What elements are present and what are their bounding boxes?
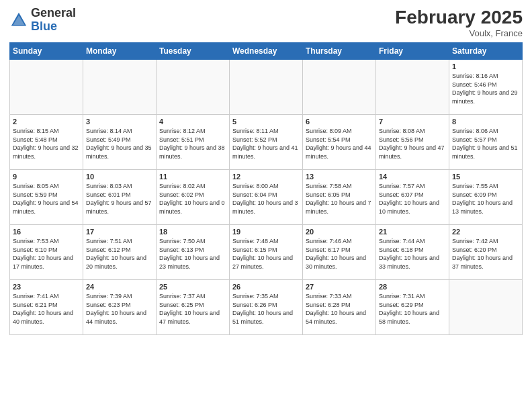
day-info: Sunrise: 8:09 AM Sunset: 5:54 PM Dayligh… <box>306 127 373 161</box>
day-info: Sunrise: 7:58 AM Sunset: 6:05 PM Dayligh… <box>306 182 373 216</box>
calendar-cell: 16Sunrise: 7:53 AM Sunset: 6:10 PM Dayli… <box>10 225 83 280</box>
calendar-cell: 1Sunrise: 8:16 AM Sunset: 5:46 PM Daylig… <box>449 60 523 115</box>
day-info: Sunrise: 8:16 AM Sunset: 5:46 PM Dayligh… <box>452 72 519 105</box>
day-info: Sunrise: 7:53 AM Sunset: 6:10 PM Dayligh… <box>13 237 80 271</box>
col-header-friday: Friday <box>376 43 449 60</box>
day-info: Sunrise: 8:08 AM Sunset: 5:56 PM Dayligh… <box>379 127 446 161</box>
week-row-1: 2Sunrise: 8:15 AM Sunset: 5:48 PM Daylig… <box>10 115 523 170</box>
logo-icon <box>9 11 28 30</box>
col-header-monday: Monday <box>83 43 157 60</box>
logo: General Blue <box>9 7 76 34</box>
day-number: 17 <box>86 228 153 236</box>
calendar-cell: 23Sunrise: 7:41 AM Sunset: 6:21 PM Dayli… <box>10 280 83 335</box>
col-header-tuesday: Tuesday <box>157 43 230 60</box>
calendar-cell: 8Sunrise: 8:06 AM Sunset: 5:57 PM Daylig… <box>449 115 523 170</box>
day-info: Sunrise: 7:39 AM Sunset: 6:23 PM Dayligh… <box>86 292 153 326</box>
title-area: February 2025 Voulx, France <box>395 7 523 38</box>
logo-general: General <box>31 6 76 19</box>
calendar-cell: 12Sunrise: 8:00 AM Sunset: 6:04 PM Dayli… <box>230 170 303 225</box>
calendar-cell: 25Sunrise: 7:37 AM Sunset: 6:25 PM Dayli… <box>157 280 230 335</box>
col-header-wednesday: Wednesday <box>230 43 303 60</box>
calendar-cell: 13Sunrise: 7:58 AM Sunset: 6:05 PM Dayli… <box>303 170 376 225</box>
day-info: Sunrise: 8:14 AM Sunset: 5:49 PM Dayligh… <box>86 127 153 161</box>
day-number: 12 <box>232 173 300 181</box>
day-info: Sunrise: 7:48 AM Sunset: 6:15 PM Dayligh… <box>232 237 300 271</box>
logo-text: General Blue <box>31 7 76 34</box>
day-number: 8 <box>452 118 519 126</box>
calendar-cell: 21Sunrise: 7:44 AM Sunset: 6:18 PM Dayli… <box>376 225 449 280</box>
day-number: 28 <box>379 283 446 291</box>
day-number: 24 <box>86 283 153 291</box>
day-info: Sunrise: 7:50 AM Sunset: 6:13 PM Dayligh… <box>159 237 226 271</box>
day-info: Sunrise: 8:03 AM Sunset: 6:01 PM Dayligh… <box>86 182 153 216</box>
calendar-cell: 9Sunrise: 8:05 AM Sunset: 5:59 PM Daylig… <box>10 170 83 225</box>
day-number: 16 <box>13 228 80 236</box>
calendar-cell: 19Sunrise: 7:48 AM Sunset: 6:15 PM Dayli… <box>230 225 303 280</box>
col-header-sunday: Sunday <box>10 43 83 60</box>
day-info: Sunrise: 7:51 AM Sunset: 6:12 PM Dayligh… <box>86 237 153 271</box>
day-info: Sunrise: 8:00 AM Sunset: 6:04 PM Dayligh… <box>232 182 300 216</box>
col-header-saturday: Saturday <box>449 43 523 60</box>
calendar-cell: 18Sunrise: 7:50 AM Sunset: 6:13 PM Dayli… <box>157 225 230 280</box>
day-info: Sunrise: 7:33 AM Sunset: 6:28 PM Dayligh… <box>306 292 373 326</box>
calendar-cell <box>83 60 157 115</box>
calendar-cell <box>376 60 449 115</box>
week-row-0: 1Sunrise: 8:16 AM Sunset: 5:46 PM Daylig… <box>10 60 523 115</box>
day-number: 22 <box>452 228 519 236</box>
day-number: 4 <box>159 118 226 126</box>
calendar-cell <box>449 280 523 335</box>
day-number: 3 <box>86 118 153 126</box>
day-number: 25 <box>159 283 226 291</box>
day-number: 9 <box>13 173 80 181</box>
day-number: 15 <box>452 173 519 181</box>
day-number: 23 <box>13 283 80 291</box>
week-row-3: 16Sunrise: 7:53 AM Sunset: 6:10 PM Dayli… <box>10 225 523 280</box>
day-number: 1 <box>452 62 519 71</box>
location: Voulx, France <box>395 28 523 38</box>
calendar-cell: 3Sunrise: 8:14 AM Sunset: 5:49 PM Daylig… <box>83 115 157 170</box>
day-info: Sunrise: 8:05 AM Sunset: 5:59 PM Dayligh… <box>13 182 80 216</box>
day-number: 21 <box>379 228 446 236</box>
day-info: Sunrise: 8:02 AM Sunset: 6:02 PM Dayligh… <box>159 182 226 216</box>
calendar-cell: 27Sunrise: 7:33 AM Sunset: 6:28 PM Dayli… <box>303 280 376 335</box>
day-info: Sunrise: 7:35 AM Sunset: 6:26 PM Dayligh… <box>232 292 300 326</box>
day-info: Sunrise: 8:12 AM Sunset: 5:51 PM Dayligh… <box>159 127 226 161</box>
day-number: 18 <box>159 228 226 236</box>
day-number: 5 <box>232 118 300 126</box>
calendar-cell <box>230 60 303 115</box>
calendar-cell: 22Sunrise: 7:42 AM Sunset: 6:20 PM Dayli… <box>449 225 523 280</box>
calendar-cell: 28Sunrise: 7:31 AM Sunset: 6:29 PM Dayli… <box>376 280 449 335</box>
calendar-cell: 2Sunrise: 8:15 AM Sunset: 5:48 PM Daylig… <box>10 115 83 170</box>
calendar-cell: 26Sunrise: 7:35 AM Sunset: 6:26 PM Dayli… <box>230 280 303 335</box>
day-number: 19 <box>232 228 300 236</box>
calendar-cell: 20Sunrise: 7:46 AM Sunset: 6:17 PM Dayli… <box>303 225 376 280</box>
day-info: Sunrise: 8:15 AM Sunset: 5:48 PM Dayligh… <box>13 127 80 161</box>
day-info: Sunrise: 8:06 AM Sunset: 5:57 PM Dayligh… <box>452 127 519 161</box>
day-number: 10 <box>86 173 153 181</box>
calendar-cell: 11Sunrise: 8:02 AM Sunset: 6:02 PM Dayli… <box>157 170 230 225</box>
week-row-4: 23Sunrise: 7:41 AM Sunset: 6:21 PM Dayli… <box>10 280 523 335</box>
day-info: Sunrise: 8:11 AM Sunset: 5:52 PM Dayligh… <box>232 127 300 161</box>
calendar-cell: 4Sunrise: 8:12 AM Sunset: 5:51 PM Daylig… <box>157 115 230 170</box>
day-number: 11 <box>159 173 226 181</box>
day-number: 13 <box>306 173 373 181</box>
calendar-header-row: SundayMondayTuesdayWednesdayThursdayFrid… <box>10 43 523 60</box>
week-row-2: 9Sunrise: 8:05 AM Sunset: 5:59 PM Daylig… <box>10 170 523 225</box>
calendar-cell <box>10 60 83 115</box>
day-info: Sunrise: 7:44 AM Sunset: 6:18 PM Dayligh… <box>379 237 446 271</box>
day-number: 7 <box>379 118 446 126</box>
day-number: 6 <box>306 118 373 126</box>
calendar-cell <box>157 60 230 115</box>
calendar-cell: 24Sunrise: 7:39 AM Sunset: 6:23 PM Dayli… <box>83 280 157 335</box>
calendar-cell: 14Sunrise: 7:57 AM Sunset: 6:07 PM Dayli… <box>376 170 449 225</box>
calendar-cell: 17Sunrise: 7:51 AM Sunset: 6:12 PM Dayli… <box>83 225 157 280</box>
day-info: Sunrise: 7:41 AM Sunset: 6:21 PM Dayligh… <box>13 292 80 326</box>
calendar-cell: 6Sunrise: 8:09 AM Sunset: 5:54 PM Daylig… <box>303 115 376 170</box>
month-title: February 2025 <box>395 7 523 28</box>
calendar-cell: 10Sunrise: 8:03 AM Sunset: 6:01 PM Dayli… <box>83 170 157 225</box>
day-number: 26 <box>232 283 300 291</box>
col-header-thursday: Thursday <box>303 43 376 60</box>
calendar-cell: 7Sunrise: 8:08 AM Sunset: 5:56 PM Daylig… <box>376 115 449 170</box>
day-info: Sunrise: 7:55 AM Sunset: 6:09 PM Dayligh… <box>452 182 519 216</box>
page: General Blue February 2025 Voulx, France… <box>0 0 532 411</box>
